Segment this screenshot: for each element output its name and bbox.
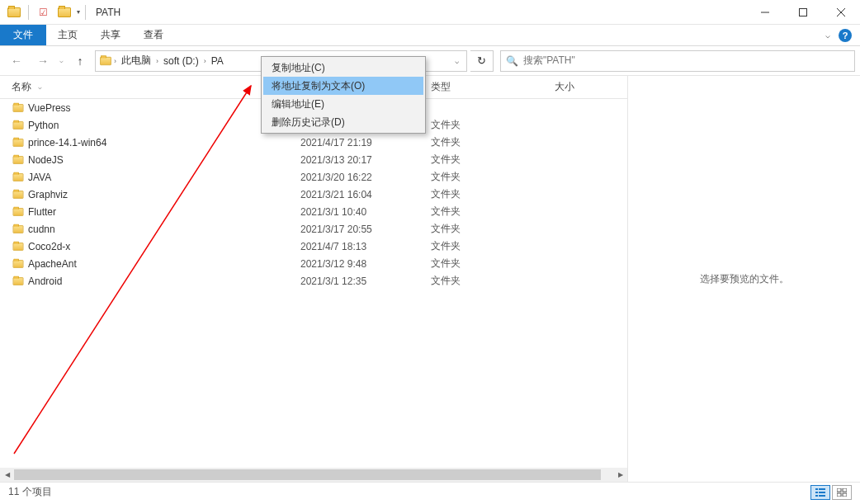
- column-size[interactable]: 大小: [555, 80, 621, 94]
- chevron-right-icon[interactable]: ›: [204, 57, 206, 65]
- horizontal-scrollbar[interactable]: ◀ ▶: [0, 468, 627, 482]
- svg-rect-10: [837, 488, 841, 492]
- scroll-right-button[interactable]: ▶: [613, 468, 627, 482]
- file-list-pane: 名称 ⌵ 修改日期 类型 大小 VuePressPython2021/4/9 1…: [0, 76, 627, 482]
- thumbnails-view-button[interactable]: [832, 485, 852, 500]
- svg-rect-12: [837, 493, 841, 497]
- up-button[interactable]: ↑: [69, 49, 92, 73]
- folder-icon: [55, 3, 73, 21]
- column-type[interactable]: 类型: [431, 80, 555, 94]
- file-row[interactable]: JAVA2021/3/20 16:22文件夹: [0, 168, 627, 186]
- chevron-right-icon[interactable]: ›: [114, 57, 116, 65]
- history-dropdown-icon[interactable]: ⌵: [58, 57, 65, 64]
- file-name: Android: [28, 276, 300, 287]
- file-name: cudnn: [28, 224, 300, 235]
- scroll-left-button[interactable]: ◀: [0, 468, 14, 482]
- folder-icon: [12, 207, 28, 217]
- file-type: 文件夹: [431, 135, 555, 149]
- column-name-label: 名称: [12, 80, 31, 94]
- file-name: JAVA: [28, 172, 300, 183]
- file-list[interactable]: VuePressPython2021/4/9 15:58文件夹prince-14…: [0, 99, 627, 482]
- svg-rect-1: [800, 8, 807, 16]
- statusbar: 11 个项目: [0, 482, 860, 502]
- folder-icon: [12, 172, 28, 182]
- file-date: 2021/3/13 20:17: [300, 154, 431, 166]
- folder-icon: [12, 138, 28, 148]
- file-date: 2021/3/1 10:40: [300, 206, 431, 218]
- file-type: 文件夹: [431, 257, 555, 271]
- context-menu-item[interactable]: 将地址复制为文本(O): [263, 77, 423, 95]
- file-date: 2021/3/21 16:04: [300, 189, 431, 200]
- file-type: 文件夹: [431, 170, 555, 184]
- window-controls: [746, 0, 860, 25]
- svg-rect-6: [815, 492, 818, 493]
- file-tab[interactable]: 文件: [0, 25, 46, 45]
- breadcrumb-segment[interactable]: soft (D:): [160, 55, 202, 67]
- folder-icon: [12, 242, 28, 252]
- folder-icon: [12, 120, 28, 130]
- breadcrumb-segment[interactable]: 此电脑: [118, 54, 154, 68]
- file-row[interactable]: NodeJS2021/3/13 20:17文件夹: [0, 151, 627, 168]
- file-row[interactable]: Flutter2021/3/1 10:40文件夹: [0, 203, 627, 220]
- context-menu-item[interactable]: 编辑地址(E): [263, 95, 423, 113]
- search-icon: 🔍: [506, 55, 518, 67]
- search-placeholder: 搜索"PATH": [523, 54, 575, 68]
- address-context-menu[interactable]: 复制地址(C)将地址复制为文本(O)编辑地址(E)删除历史记录(D): [261, 56, 426, 134]
- check-icon[interactable]: ☑: [34, 3, 52, 21]
- titlebar: ☑ ▾ PATH: [0, 0, 860, 25]
- file-name: Python: [28, 120, 300, 131]
- column-type-label: 类型: [431, 81, 451, 92]
- context-menu-item[interactable]: 删除历史记录(D): [263, 113, 423, 131]
- file-date: 2021/4/7 18:13: [300, 241, 431, 252]
- column-name[interactable]: 名称 ⌵: [12, 80, 300, 94]
- file-row[interactable]: cudnn2021/3/17 20:55文件夹: [0, 220, 627, 238]
- window-title: PATH: [92, 7, 120, 18]
- chevron-right-icon[interactable]: ›: [156, 57, 158, 65]
- help-icon[interactable]: ?: [839, 29, 852, 42]
- scroll-thumb[interactable]: [14, 469, 601, 480]
- file-row[interactable]: Android2021/3/1 12:35文件夹: [0, 272, 627, 290]
- file-date: 2021/3/1 12:35: [300, 276, 431, 287]
- file-row[interactable]: Graphviz2021/3/21 16:04文件夹: [0, 186, 627, 203]
- status-text: 11 个项目: [8, 485, 52, 499]
- minimize-button[interactable]: [746, 0, 784, 25]
- search-input[interactable]: 🔍 搜索"PATH": [500, 50, 855, 72]
- file-row[interactable]: Coco2d-x2021/4/7 18:13文件夹: [0, 238, 627, 255]
- file-row[interactable]: ApacheAnt2021/3/12 9:48文件夹: [0, 255, 627, 272]
- tab-home[interactable]: 主页: [46, 25, 89, 45]
- maximize-button[interactable]: [784, 0, 822, 25]
- file-type: 文件夹: [431, 239, 555, 253]
- svg-rect-5: [819, 488, 825, 490]
- back-button[interactable]: ←: [5, 49, 28, 73]
- divider: [28, 5, 29, 20]
- svg-rect-7: [819, 492, 825, 493]
- scroll-track[interactable]: [14, 468, 613, 482]
- breadcrumb-segment[interactable]: PA: [208, 55, 227, 67]
- folder-icon: [12, 190, 28, 200]
- details-view-button[interactable]: [810, 485, 830, 500]
- qat-dropdown-icon[interactable]: ▾: [77, 8, 80, 16]
- file-row[interactable]: prince-14.1-win642021/4/17 21:19文件夹: [0, 134, 627, 151]
- context-menu-item[interactable]: 复制地址(C): [263, 59, 423, 77]
- breadcrumb[interactable]: › 此电脑 › soft (D:) › PA: [114, 54, 227, 68]
- file-type: 文件夹: [431, 205, 555, 219]
- file-name: VuePress: [28, 102, 300, 114]
- folder-icon: [12, 103, 28, 113]
- address-dropdown-icon[interactable]: ⌵: [448, 57, 465, 65]
- view-switcher: [810, 485, 852, 500]
- tab-share[interactable]: 共享: [89, 25, 132, 45]
- file-type: 文件夹: [431, 118, 555, 132]
- file-date: 2021/3/12 9:48: [300, 258, 431, 270]
- folder-icon: [12, 224, 28, 234]
- tab-view[interactable]: 查看: [132, 25, 175, 45]
- collapse-ribbon-icon[interactable]: ⌵: [825, 31, 830, 40]
- file-date: 2021/4/17 21:19: [300, 137, 431, 148]
- forward-button[interactable]: →: [31, 49, 54, 73]
- file-date: 2021/3/17 20:55: [300, 224, 431, 235]
- close-button[interactable]: [822, 0, 860, 25]
- refresh-button[interactable]: ↻: [470, 50, 494, 72]
- folder-icon: [97, 56, 114, 66]
- divider: [85, 5, 86, 20]
- file-type: 文件夹: [431, 187, 555, 201]
- column-size-label: 大小: [555, 81, 574, 92]
